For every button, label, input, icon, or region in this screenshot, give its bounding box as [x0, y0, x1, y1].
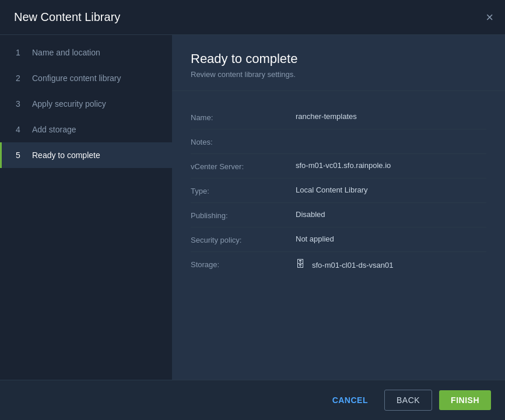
review-value-cell: Not applied: [296, 235, 334, 243]
sidebar-step-4[interactable]: 4 Add storage: [0, 117, 172, 142]
dialog: New Content Library × 1 Name and locatio…: [0, 0, 505, 420]
review-label: Security policy:: [191, 235, 296, 244]
finish-button[interactable]: FINISH: [439, 390, 491, 410]
review-value: rancher-templates: [296, 112, 357, 121]
review-value-cell: Disabled: [296, 210, 325, 219]
steps-list: 1 Name and location 2 Configure content …: [0, 35, 172, 173]
review-value-cell: sfo-m01-vc01.sfo.rainpole.io: [296, 161, 391, 170]
content-header: Ready to complete Review content library…: [172, 35, 505, 91]
review-label: vCenter Server:: [191, 161, 296, 171]
storage-icon: 🗄: [296, 259, 307, 271]
content-title: Ready to complete: [191, 51, 486, 66]
sidebar-step-2[interactable]: 2 Configure content library: [0, 65, 172, 91]
review-value: sfo-m01-cl01-ds-vsan01: [312, 261, 393, 270]
review-value: Local Content Library: [296, 186, 368, 194]
cancel-button[interactable]: CANCEL: [323, 390, 377, 411]
review-label: Notes:: [191, 136, 296, 146]
review-label: Name:: [191, 112, 296, 122]
review-value: Not applied: [296, 235, 334, 243]
dialog-body: 1 Name and location 2 Configure content …: [0, 35, 505, 380]
step-number: 4: [16, 125, 25, 134]
main-content: Ready to complete Review content library…: [172, 35, 505, 380]
step-label: Apply security policy: [32, 99, 106, 108]
review-value: sfo-m01-vc01.sfo.rainpole.io: [296, 161, 391, 170]
dialog-header: New Content Library ×: [0, 0, 505, 35]
sidebar-step-5[interactable]: 5 Ready to complete: [0, 142, 172, 168]
step-number: 2: [16, 74, 25, 83]
review-label: Publishing:: [191, 210, 296, 220]
review-value-cell: 🗄sfo-m01-cl01-ds-vsan01: [296, 259, 393, 271]
sidebar: 1 Name and location 2 Configure content …: [0, 35, 172, 380]
step-number: 3: [16, 99, 25, 108]
review-row-3: Type: Local Content Library: [191, 178, 486, 203]
review-table: Name: rancher-templates Notes: vCenter S…: [172, 91, 505, 380]
step-label: Ready to complete: [32, 150, 100, 160]
step-label: Configure content library: [32, 74, 121, 83]
review-row-6: Storage: 🗄sfo-m01-cl01-ds-vsan01: [191, 252, 486, 278]
step-number: 5: [16, 150, 25, 160]
close-button[interactable]: ×: [486, 11, 493, 24]
footer: CANCEL BACK FINISH: [0, 380, 505, 420]
review-row-4: Publishing: Disabled: [191, 203, 486, 228]
review-value: Disabled: [296, 210, 325, 219]
step-label: Add storage: [32, 125, 76, 134]
review-row-1: Notes:: [191, 130, 486, 154]
content-subtitle: Review content library settings.: [191, 70, 486, 79]
review-label: Type:: [191, 186, 296, 195]
review-label: Storage:: [191, 259, 296, 269]
sidebar-step-3[interactable]: 3 Apply security policy: [0, 91, 172, 117]
review-row-2: vCenter Server: sfo-m01-vc01.sfo.rainpol…: [191, 154, 486, 178]
sidebar-step-1[interactable]: 1 Name and location: [0, 40, 172, 65]
back-button[interactable]: BACK: [384, 390, 432, 411]
review-row-0: Name: rancher-templates: [191, 105, 486, 130]
step-label: Name and location: [32, 48, 100, 57]
dialog-title: New Content Library: [14, 10, 120, 24]
review-row-5: Security policy: Not applied: [191, 228, 486, 252]
review-value-cell: rancher-templates: [296, 112, 357, 121]
step-number: 1: [16, 48, 25, 57]
review-value-cell: Local Content Library: [296, 186, 368, 194]
